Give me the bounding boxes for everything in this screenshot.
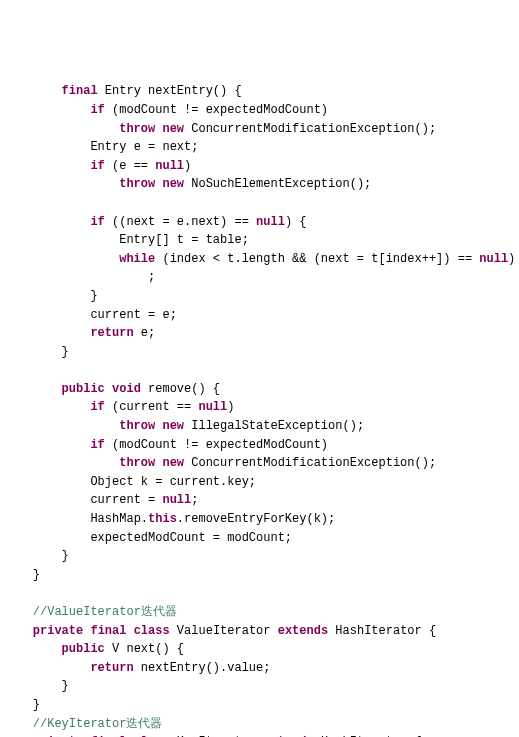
code-line — [4, 194, 515, 213]
code-token: if — [90, 103, 104, 117]
code-line: HashMap.this.removeEntryForKey(k); — [4, 510, 515, 529]
code-line: if (modCount != expectedModCount) — [4, 101, 515, 120]
code-line: if ((next = e.next) == null) { — [4, 213, 515, 232]
code-token: } — [33, 568, 40, 582]
code-token: IllegalStateException(); — [184, 419, 364, 433]
code-line: } — [4, 696, 515, 715]
code-token: } — [62, 679, 69, 693]
code-token: class — [134, 624, 170, 638]
code-token: if — [90, 159, 104, 173]
code-token: ; — [148, 270, 155, 284]
code-line: ; — [4, 268, 515, 287]
code-token: new — [162, 419, 184, 433]
code-token: HashIterator { — [328, 624, 436, 638]
code-line: private final class KeyIterator extends … — [4, 733, 515, 737]
code-token: current = — [90, 493, 162, 507]
code-token: expectedModCount = modCount; — [90, 531, 292, 545]
code-token: final — [62, 84, 98, 98]
code-token: final — [90, 624, 126, 638]
code-token: return — [90, 326, 133, 340]
code-token: null — [479, 252, 508, 266]
code-line: current = e; — [4, 306, 515, 325]
code-token: while — [119, 252, 155, 266]
code-line: throw new ConcurrentModificationExceptio… — [4, 120, 515, 139]
code-token: ConcurrentModificationException(); — [184, 122, 436, 136]
code-token: private — [33, 624, 83, 638]
code-token: ; — [191, 493, 198, 507]
code-line: public void remove() { — [4, 380, 515, 399]
code-token: //ValueIterator迭代器 — [33, 605, 177, 619]
code-line: } — [4, 547, 515, 566]
code-token: null — [198, 400, 227, 414]
code-token: new — [162, 122, 184, 136]
code-token: if — [90, 400, 104, 414]
code-token: throw — [119, 456, 155, 470]
code-token: this — [148, 512, 177, 526]
code-block: final Entry nextEntry() { if (modCount !… — [4, 82, 515, 737]
code-line: } — [4, 343, 515, 362]
code-line: Object k = current.key; — [4, 473, 515, 492]
code-line: if (current == null) — [4, 398, 515, 417]
code-token: NoSuchElementException(); — [184, 177, 371, 191]
code-line: final Entry nextEntry() { — [4, 82, 515, 101]
code-token: null — [162, 493, 191, 507]
code-token: ((next = e.next) == — [105, 215, 256, 229]
code-line: current = null; — [4, 491, 515, 510]
code-token — [4, 586, 11, 600]
code-token: .removeEntryForKey(k); — [177, 512, 335, 526]
code-line: } — [4, 566, 515, 585]
code-line: throw new NoSuchElementException(); — [4, 175, 515, 194]
code-token: ValueIterator — [170, 624, 278, 638]
code-token: HashMap. — [90, 512, 148, 526]
code-token: } — [33, 698, 40, 712]
code-line: return e; — [4, 324, 515, 343]
code-token: ) — [508, 252, 515, 266]
code-token: new — [162, 456, 184, 470]
code-token: throw — [119, 419, 155, 433]
code-token: } — [62, 549, 69, 563]
code-token: (current == — [105, 400, 199, 414]
code-token: ) — [227, 400, 234, 414]
code-token: Entry[] t = table; — [119, 233, 249, 247]
code-token: e; — [134, 326, 156, 340]
code-token: if — [90, 215, 104, 229]
code-line: if (e == null) — [4, 157, 515, 176]
code-token — [105, 382, 112, 396]
code-token: } — [90, 289, 97, 303]
code-token: if — [90, 438, 104, 452]
code-token: (index < t.length && (next = t[index++])… — [155, 252, 479, 266]
code-token: V next() { — [105, 642, 184, 656]
code-token: extends — [278, 624, 328, 638]
code-token — [4, 196, 11, 210]
code-line: expectedModCount = modCount; — [4, 529, 515, 548]
code-line: Entry[] t = table; — [4, 231, 515, 250]
code-token: new — [162, 177, 184, 191]
code-token — [126, 624, 133, 638]
code-token: public — [62, 642, 105, 656]
code-token: nextEntry().value; — [134, 661, 271, 675]
code-token: public — [62, 382, 105, 396]
code-token: remove() { — [141, 382, 220, 396]
code-token — [4, 363, 11, 377]
code-line: //ValueIterator迭代器 — [4, 603, 515, 622]
code-line: //KeyIterator迭代器 — [4, 715, 515, 734]
code-token: throw — [119, 122, 155, 136]
code-token: return — [90, 661, 133, 675]
code-token: ConcurrentModificationException(); — [184, 456, 436, 470]
code-line: throw new IllegalStateException(); — [4, 417, 515, 436]
code-line: Entry e = next; — [4, 138, 515, 157]
code-line — [4, 361, 515, 380]
code-line: if (modCount != expectedModCount) — [4, 436, 515, 455]
code-token: null — [155, 159, 184, 173]
code-token: void — [112, 382, 141, 396]
code-token: (modCount != expectedModCount) — [105, 438, 328, 452]
code-token: throw — [119, 177, 155, 191]
code-token: //KeyIterator迭代器 — [33, 717, 163, 731]
code-token: Entry e = next; — [90, 140, 198, 154]
code-line: } — [4, 677, 515, 696]
code-token: null — [256, 215, 285, 229]
code-token: (modCount != expectedModCount) — [105, 103, 328, 117]
code-token: ) { — [285, 215, 307, 229]
code-line: throw new ConcurrentModificationExceptio… — [4, 454, 515, 473]
code-line: public V next() { — [4, 640, 515, 659]
